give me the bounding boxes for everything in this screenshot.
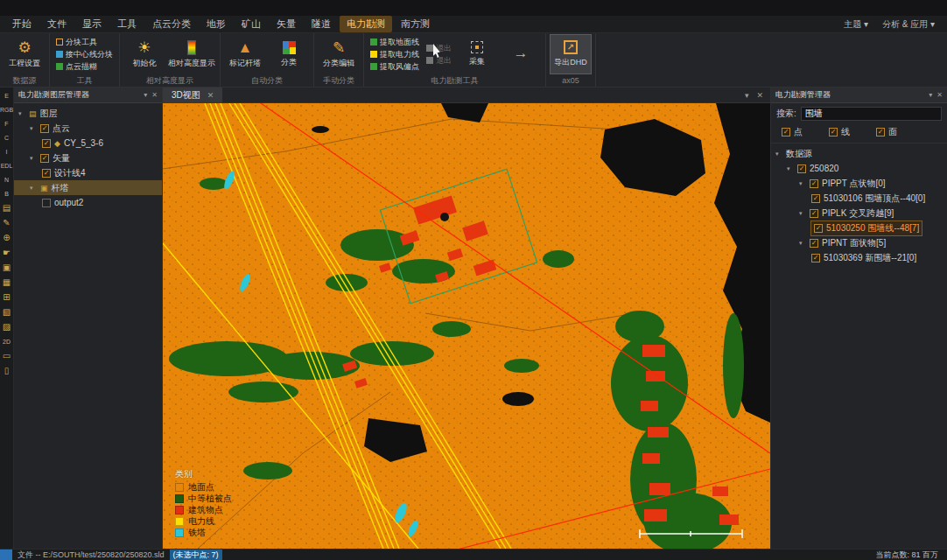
item-checkbox[interactable]: ✓: [811, 194, 820, 203]
pointcloud-checkbox[interactable]: ✓: [40, 124, 49, 133]
edge-tool-elevation[interactable]: E: [0, 92, 13, 100]
menu-tab-tools[interactable]: 工具: [110, 16, 144, 32]
menu-tab-south[interactable]: 南方测: [394, 16, 437, 32]
edge-tool-rgb[interactable]: RGB: [0, 106, 13, 114]
project-settings-button[interactable]: ⚙ 工程设置: [4, 35, 45, 74]
extract-power-line-button[interactable]: 提取电力线: [368, 49, 421, 60]
tree-node-vector-item[interactable]: ✓ 设计线4: [14, 165, 162, 180]
panel-dropdown-icon[interactable]: ▾: [929, 91, 932, 99]
menu-tab-mine[interactable]: 矿山: [235, 16, 268, 32]
tree-node-pointcloud[interactable]: ▾ ✓ 点云: [14, 121, 162, 136]
edge-tool-f[interactable]: F: [0, 120, 13, 128]
filter-polygon[interactable]: ✓ 面: [876, 126, 897, 138]
expander-icon[interactable]: ▾: [18, 110, 25, 117]
exit-button-2[interactable]: 退出: [424, 55, 453, 66]
tree-node-pipnt[interactable]: ▾ ✓ PIPNT 面状物[5]: [771, 235, 947, 250]
tabbar-close-icon[interactable]: ✕: [756, 91, 763, 100]
item-checkbox[interactable]: ✓: [814, 224, 823, 233]
mark-tower-button[interactable]: ▲ 标记杆塔: [225, 35, 265, 74]
extract-wind-point-button[interactable]: 提取风偏点: [368, 61, 421, 72]
panel-close-icon[interactable]: ✕: [151, 91, 158, 99]
vector-checkbox[interactable]: ✓: [40, 154, 49, 163]
dataset-checkbox[interactable]: ✓: [797, 164, 806, 173]
search-input[interactable]: [801, 107, 942, 121]
tab-3d-view[interactable]: 3D视图 ✕: [163, 88, 222, 103]
tree-node-pipnt-item[interactable]: ✓ 51030369 新围墙--21[0]: [771, 250, 947, 265]
group-checkbox[interactable]: ✓: [810, 239, 818, 248]
expander-icon[interactable]: ▾: [799, 210, 806, 217]
edge-tool-b[interactable]: B: [0, 190, 13, 198]
point-filter-checkbox[interactable]: ✓: [782, 128, 790, 136]
expander-icon[interactable]: ▾: [787, 165, 794, 172]
monitor2-icon[interactable]: ▯: [0, 367, 13, 375]
tree-node-tower-item[interactable]: output2: [14, 195, 162, 210]
tabbar-dropdown-icon[interactable]: ▾: [745, 91, 749, 100]
expander-icon[interactable]: ▾: [30, 185, 37, 192]
exit-button-1[interactable]: 退出: [424, 43, 453, 53]
tree-node-vector[interactable]: ▾ ✓ 矢量: [14, 150, 162, 165]
edge-tool-edl[interactable]: EDL: [0, 162, 13, 170]
group-checkbox[interactable]: ✓: [810, 209, 818, 218]
tree-node-dataset[interactable]: ▾ ✓ 250820: [771, 161, 947, 176]
add-icon[interactable]: ⊕: [0, 234, 13, 242]
tree-node-layers-root[interactable]: ▾ ▤ 图层: [14, 106, 162, 121]
menu-tab-power-survey[interactable]: 电力勘测: [340, 16, 392, 32]
monitor-icon[interactable]: ▭: [0, 352, 13, 360]
item-checkbox[interactable]: ✓: [811, 254, 820, 262]
edge-tool-2d[interactable]: 2D: [0, 338, 13, 346]
split-view-icon[interactable]: ⊞: [0, 293, 13, 302]
initialize-button[interactable]: ☀ 初始化: [124, 35, 165, 74]
menu-tab-terrain[interactable]: 地形: [200, 16, 233, 32]
line-filter-checkbox[interactable]: ✓: [829, 128, 838, 136]
expander-icon[interactable]: ▾: [775, 150, 782, 158]
tree-node-pippt[interactable]: ▾ ✓ PIPPT 点状物[0]: [771, 176, 947, 191]
tree-node-tower[interactable]: ▾ ▣ 杆塔: [14, 180, 162, 195]
expander-icon[interactable]: ▾: [30, 125, 37, 132]
menu-tab-display[interactable]: 显示: [75, 16, 109, 32]
point-cloud-canvas[interactable]: [163, 103, 770, 549]
edge-tool-c[interactable]: C: [0, 134, 13, 142]
theme-menu[interactable]: 主题 ▾: [844, 18, 868, 31]
classify-edit-button[interactable]: ✎ 分类编辑: [319, 35, 359, 74]
grid-view-icon[interactable]: ▦: [0, 278, 13, 287]
edge-tool-n[interactable]: N: [0, 176, 13, 184]
expander-icon[interactable]: ▾: [799, 240, 806, 247]
menu-tab-tunnel[interactable]: 隧道: [305, 16, 338, 32]
forward-button[interactable]: →: [501, 35, 541, 74]
select-box-icon[interactable]: ▣: [0, 263, 13, 272]
tree-node-pointcloud-item[interactable]: ✓ ◆ CY_5_3-6: [14, 136, 162, 150]
collect-button[interactable]: 采集: [457, 35, 497, 74]
panel-close-icon[interactable]: ✕: [936, 91, 943, 99]
expander-icon[interactable]: ▾: [30, 155, 37, 162]
folder-icon[interactable]: ▤: [0, 204, 13, 213]
tab-close-icon[interactable]: ✕: [207, 91, 214, 100]
pointcloud-sketch-button[interactable]: 点云描糊: [54, 61, 115, 72]
item-checkbox[interactable]: ✓: [42, 169, 51, 178]
relative-height-button[interactable]: 相对高度显示: [168, 35, 215, 74]
classify-button[interactable]: 分类: [269, 35, 309, 74]
tree-node-datasource-root[interactable]: ▾ 数据源: [771, 146, 947, 161]
polygon-filter-checkbox[interactable]: ✓: [876, 128, 885, 136]
expander-icon[interactable]: ▾: [799, 180, 806, 187]
map-3d-view[interactable]: 类别 地面点 中等植被点 建筑物点 电力线: [163, 103, 770, 549]
analysis-app-menu[interactable]: 分析 & 应用 ▾: [882, 18, 935, 31]
filter-line[interactable]: ✓ 线: [829, 126, 850, 138]
item-checkbox[interactable]: ✓: [42, 139, 51, 148]
tree-node-pippt-item[interactable]: ✓ 51030106 围墙顶点--40[0]: [771, 191, 947, 206]
tree-node-piplk-item-selected[interactable]: ✓ 51030250 围墙线--48[7]: [771, 220, 947, 235]
hatch2-view-icon[interactable]: ▨: [0, 323, 13, 332]
centerline-block-button[interactable]: 接中心线分块: [54, 49, 115, 60]
export-dhd-button[interactable]: ↗ 导出DHD: [551, 35, 591, 74]
filter-point[interactable]: ✓ 点: [782, 126, 803, 138]
menu-tab-pointcloud-classify[interactable]: 点云分类: [145, 16, 198, 32]
menu-tab-start[interactable]: 开始: [5, 16, 39, 32]
hand-pan-icon[interactable]: ☛: [0, 248, 13, 257]
block-tool-button[interactable]: 分块工具: [54, 37, 115, 47]
item-checkbox-unchecked[interactable]: [42, 199, 51, 207]
edge-tool-i[interactable]: I: [0, 148, 13, 156]
group-checkbox[interactable]: ✓: [810, 179, 818, 188]
tree-node-piplk[interactable]: ▾ ✓ PIPLK 交叉跨越[9]: [771, 206, 947, 220]
menu-tab-file[interactable]: 文件: [40, 16, 74, 32]
panel-dropdown-icon[interactable]: ▾: [144, 91, 147, 99]
edit-icon[interactable]: ✎: [0, 219, 13, 228]
